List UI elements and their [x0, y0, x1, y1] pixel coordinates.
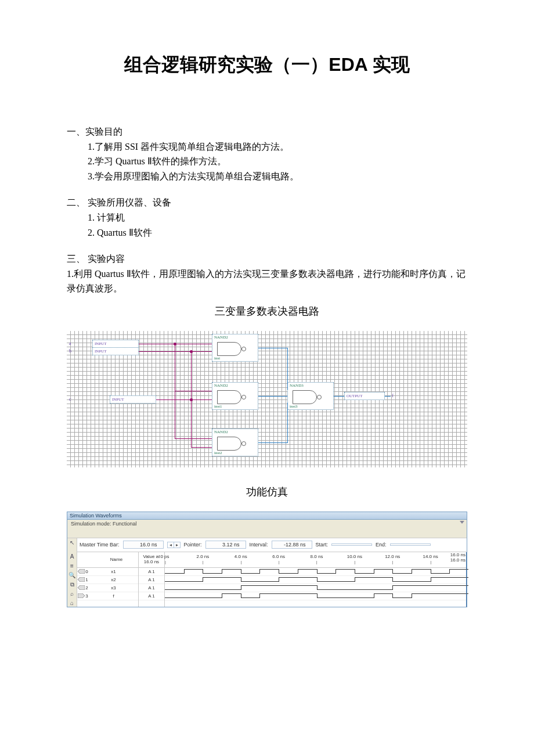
gate-type: NAND2 [214, 430, 228, 434]
section-2-item: 1. 计算机 [67, 210, 467, 225]
gate-inst: inst2 [214, 451, 222, 455]
section-1-item: 3.学会用原理图输入的方法实现简单组合逻辑电路。 [67, 169, 467, 184]
circuit-canvas: a INPUT b INPUT c INPUT NAND2 inst NAND2… [67, 331, 467, 467]
pin-icon: 2 [77, 585, 89, 591]
wave-row [165, 592, 467, 600]
junction [174, 343, 176, 345]
nand-gate-4: NAND3 inst3 [287, 382, 334, 410]
waveform-mode-text: Simulation mode: Functional [71, 521, 137, 527]
page: 组合逻辑研究实验（一）EDA 实现 一、实验目的 1.了解用 SSI 器件实现简… [0, 0, 534, 619]
section-1-item: 2.学习 Quartus Ⅱ软件的操作方法。 [67, 154, 467, 169]
signal-value: A 1 [139, 569, 164, 574]
gate-type: NAND2 [214, 383, 228, 388]
time-tick: 12.0 ns [385, 554, 400, 559]
section-3-head: 三、 实验内容 [67, 251, 467, 267]
master-bar-value[interactable]: 16.0 ns [123, 541, 164, 549]
name-header-text: Name [110, 557, 122, 563]
end-value[interactable] [390, 543, 431, 546]
pin-icon: 3 [77, 593, 89, 599]
section-2-head: 二、 实验所用仪器、设备 [67, 195, 467, 210]
signal-name: x2 [89, 577, 138, 582]
wire [258, 396, 287, 397]
time-tick: 8.0 ns [311, 554, 323, 559]
wire [334, 396, 344, 397]
wire [191, 447, 212, 448]
signal-value-row: A 1 [139, 576, 164, 584]
end-tick: 16.0 ns 16.0 ns [450, 553, 466, 563]
time-cursor[interactable] [466, 552, 467, 607]
pointer-value: 3.12 ns [205, 541, 246, 549]
tool-column: ↖ [67, 538, 77, 552]
signal-value-row: A 1 [139, 584, 164, 592]
nand-gate-3: NAND2 inst2 [212, 429, 258, 456]
gate-inst: inst3 [290, 404, 298, 409]
input-a-port: INPUT [92, 340, 139, 348]
input-a-label: a [69, 341, 71, 346]
output-f-label: f [392, 393, 394, 398]
time-tick: 2.0 ns [196, 554, 209, 559]
signal-name: f [89, 593, 138, 599]
signal-row[interactable]: 2x3 [77, 584, 138, 592]
waveform-info-row: ↖ Master Time Bar: 16.0 ns ◂▸ Pointer: 3… [67, 538, 467, 552]
signal-name: x3 [89, 585, 138, 591]
signal-row[interactable]: 0x1 [77, 568, 138, 576]
dropdown-icon[interactable] [460, 521, 464, 524]
signal-row[interactable]: 1x2 [77, 576, 138, 584]
circuit-subtitle: 三变量多数表决器电路 [67, 304, 467, 318]
name-header: Name [77, 552, 138, 568]
wire [385, 396, 391, 397]
end-label: End: [376, 542, 387, 548]
start-value[interactable] [331, 543, 372, 546]
time-tick: 0 ps [160, 554, 169, 559]
pin-icon: 0 [77, 569, 89, 574]
wire [156, 399, 212, 400]
wire [175, 438, 212, 439]
text-tool-icon[interactable]: A [68, 553, 75, 560]
input-b-label: b [69, 348, 71, 354]
section-1-head: 一、实验目的 [67, 124, 467, 139]
value-column: Value at 16.0 ns A 1A 1A 1A 1 [139, 552, 165, 607]
time-tick: 6.0 ns [272, 554, 285, 559]
signal-value-row: A 1 [139, 592, 164, 600]
wave-area[interactable]: 16.0 ns 16.0 ns 0 ps2.0 ns4.0 ns6.0 ns8.… [165, 552, 467, 607]
signal-value: A 1 [139, 585, 164, 591]
output-f-port: OUTPUT [344, 392, 385, 400]
waveform-body: A ≡ 🔍 ⧉ ⌕ ⌂ Name 0x11x22x33f Value at 16… [67, 552, 467, 607]
align-tool-icon[interactable]: ≡ [68, 563, 75, 570]
interval-value: -12.88 ns [272, 541, 312, 549]
svg-marker-1 [78, 577, 85, 582]
waveform-subtitle: 功能仿真 [67, 485, 467, 499]
waveform-title: Simulation Waveforms [67, 512, 467, 520]
junction [190, 350, 193, 353]
copy-tool-icon[interactable]: ⧉ [68, 581, 75, 588]
time-tick: 14.0 ns [423, 554, 438, 559]
wire [139, 351, 212, 352]
wave-row [165, 576, 467, 584]
svg-marker-2 [78, 585, 85, 590]
signal-name: x1 [89, 569, 138, 574]
pointer-tool-icon[interactable]: ↖ [68, 539, 75, 546]
junction [190, 398, 193, 401]
section-3-para: 1.利用 Quartus Ⅱ软件，用原理图输入的方法实现三变量多数表决器电路，进… [67, 267, 467, 296]
circuit-figure: a INPUT b INPUT c INPUT NAND2 inst NAND2… [67, 331, 467, 467]
zoom-tool-icon[interactable]: 🔍 [68, 572, 75, 579]
waveform-panel: Simulation Waveforms Simulation mode: Fu… [67, 512, 467, 607]
input-c-port: INPUT [110, 395, 156, 404]
search-tool-icon[interactable]: ⌕ [68, 591, 75, 597]
input-b-port: INPUT [92, 347, 139, 355]
page-title: 组合逻辑研究实验（一）EDA 实现 [67, 52, 467, 78]
waveform-mode: Simulation mode: Functional [67, 520, 467, 538]
nand-gate-2: NAND2 inst1 [212, 382, 258, 410]
input-c-label: c [69, 397, 71, 402]
interval-label: Interval: [250, 542, 268, 548]
nav-buttons[interactable]: ◂▸ [167, 542, 181, 548]
nand-gate-1: NAND2 inst [212, 334, 258, 362]
gate-type: NAND3 [290, 383, 304, 388]
section-2-item: 2. Quartus Ⅱ软件 [67, 225, 467, 240]
signal-value: A 1 [139, 593, 164, 599]
name-column: Name 0x11x22x33f [77, 552, 139, 607]
signal-row[interactable]: 3f [77, 592, 138, 600]
master-bar-label: Master Time Bar: [80, 542, 120, 548]
waveform-figure: Simulation Waveforms Simulation mode: Fu… [67, 512, 467, 607]
home-tool-icon[interactable]: ⌂ [68, 600, 75, 607]
